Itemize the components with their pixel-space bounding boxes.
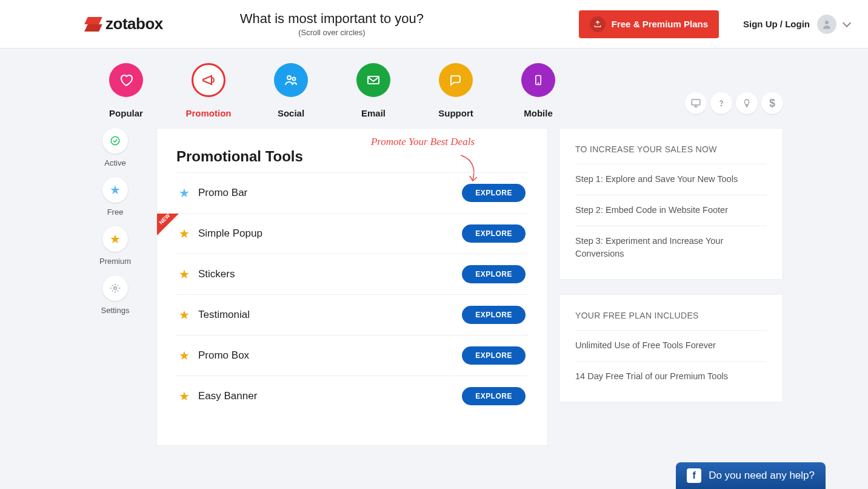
category-label: Email [332,108,415,118]
explore-button[interactable]: EXPLORE [462,224,526,243]
star-orange-icon: ★ [179,308,190,322]
increase-step[interactable]: Step 1: Explore and Save Your New Tools [575,164,767,195]
check-circle-icon [102,128,128,153]
category-label: Promotion [167,108,250,118]
rail-label: Active [85,158,145,167]
lightbulb-icon[interactable] [736,92,758,114]
rail-label: Free [85,207,145,217]
top-header: zotabox What is most important to you? (… [0,0,868,49]
rail-label: Premium [85,257,145,266]
tool-name: Simple Popup [198,228,262,240]
svg-point-2 [293,78,296,81]
dollar-icon[interactable]: $ [761,92,783,114]
phone-icon [521,63,555,97]
explore-button[interactable]: EXPLORE [462,346,526,365]
tool-left: ★Stickers [179,267,235,282]
body-columns: Active ★ Free ★ Premium Settings Promote… [0,128,868,446]
avatar-icon [817,15,836,34]
explore-button[interactable]: EXPLORE [462,306,526,324]
svg-point-1 [287,76,291,79]
category-label: Mobile [497,108,579,118]
signup-login-label: Sign Up / Login [743,19,810,29]
explore-button[interactable]: EXPLORE [462,184,526,202]
tool-list: ★Promo BarEXPLORENEW★Simple PopupEXPLORE… [176,172,528,416]
tool-row: NEW★Simple PopupEXPLORE [176,213,528,254]
tool-name: Promo Box [198,349,249,362]
tool-row: ★TestimonialEXPLORE [176,294,528,335]
increase-step[interactable]: Step 2: Embed Code in Website Footer [575,195,767,226]
category-support[interactable]: Support [415,63,497,118]
envelope-icon [356,63,390,97]
tool-row: ★StickersEXPLORE [176,254,528,294]
increase-sales-card: TO INCREASE YOUR SALES NOW Step 1: Explo… [559,128,783,280]
star-orange-icon: ★ [179,267,190,282]
free-plan-item: 14 Day Free Trial of our Premium Tools [575,362,767,383]
category-row: Popular Promotion Social Email [0,49,868,118]
free-plan-card: YOUR FREE PLAN INCLUDES Unlimited Use of… [559,294,783,402]
tool-name: Testimonial [198,309,250,321]
tool-name: Promo Bar [198,187,247,199]
rail-item-premium[interactable]: ★ Premium [85,226,145,266]
tool-row: ★Promo BoxEXPLORE [176,335,528,376]
tool-left: ★Promo Box [179,348,249,363]
star-orange-icon: ★ [102,226,128,252]
rail-item-free[interactable]: ★ Free [85,177,145,217]
category-label: Popular [85,108,167,118]
monitor-icon[interactable] [685,92,707,114]
signup-login[interactable]: Sign Up / Login [743,15,850,34]
brand-logo[interactable]: zotabox [85,15,163,33]
increase-step[interactable]: Step 3: Experiment and Increase Your Con… [575,226,767,261]
people-icon [274,63,308,97]
category-promotion[interactable]: Promotion [167,63,250,118]
tool-row: ★Promo BarEXPLORE [176,172,528,213]
star-blue-icon: ★ [179,186,190,200]
side-column: TO INCREASE YOUR SALES NOW Step 1: Explo… [559,128,783,446]
category-mobile[interactable]: Mobile [497,63,579,118]
tool-name: Stickers [198,268,235,280]
increase-title: TO INCREASE YOUR SALES NOW [575,144,767,164]
explore-button[interactable]: EXPLORE [462,387,526,405]
help-icon[interactable] [710,92,732,114]
star-blue-icon: ★ [102,177,128,203]
plans-button[interactable]: Free & Premium Plans [579,10,719,38]
utility-icons: $ [685,92,783,114]
tool-left: ★Promo Bar [179,186,247,200]
new-badge: NEW [157,214,179,235]
chat-icon [439,63,473,97]
tagline: Promote Your Best Deals [371,136,475,148]
facebook-icon: f [687,468,701,483]
share-icon [590,16,606,32]
chevron-down-icon [843,18,851,27]
svg-rect-3 [368,76,379,84]
svg-point-7 [721,105,721,106]
category-social[interactable]: Social [250,63,332,118]
brand-name: zotabox [105,15,163,33]
plans-button-label: Free & Premium Plans [612,19,708,29]
free-plan-item: Unlimited Use of Free Tools Forever [575,331,767,362]
rail-item-active[interactable]: Active [85,128,145,167]
star-orange-icon: ★ [179,389,190,403]
category-label: Social [250,108,332,118]
logo-mark-icon [85,16,102,33]
left-rail: Active ★ Free ★ Premium Settings [85,128,145,446]
star-orange-icon: ★ [179,226,190,241]
rail-item-settings[interactable]: Settings [85,275,145,315]
category-email[interactable]: Email [332,63,415,118]
rail-label: Settings [85,306,145,315]
tool-name: Easy Banner [198,390,257,402]
heart-icon [109,63,143,97]
category-popular[interactable]: Popular [85,63,167,118]
svg-point-9 [114,287,117,290]
help-text: Do you need any help? [709,470,815,482]
megaphone-icon [192,63,225,97]
main-panel: Promote Your Best Deals Promotional Tool… [156,128,548,446]
tool-left: ★Simple Popup [179,226,262,241]
tool-left: ★Easy Banner [179,389,257,403]
help-fab[interactable]: f Do you need any help? [676,462,826,489]
tool-left: ★Testimonial [179,308,250,322]
free-plan-title: YOUR FREE PLAN INCLUDES [575,311,767,331]
gear-icon [102,275,128,301]
star-orange-icon: ★ [179,348,190,363]
svg-point-0 [825,21,829,24]
explore-button[interactable]: EXPLORE [462,265,526,283]
